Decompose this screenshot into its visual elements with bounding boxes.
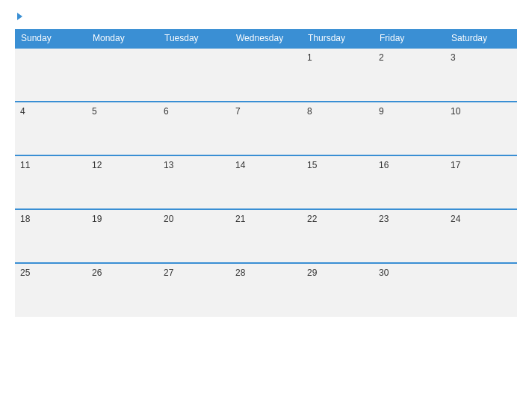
day-number: 25 <box>20 268 30 278</box>
calendar-grid: SundayMondayTuesdayWednesdayThursdayFrid… <box>15 29 517 317</box>
calendar-cell: 30 <box>374 263 445 317</box>
calendar-cell: 19 <box>87 209 158 263</box>
day-number: 11 <box>20 160 30 170</box>
weekday-header-thursday: Thursday <box>302 29 374 48</box>
calendar-cell <box>445 263 517 317</box>
day-number: 24 <box>451 214 460 224</box>
weekday-header-monday: Monday <box>87 29 158 48</box>
day-number: 5 <box>92 106 97 117</box>
calendar-cell: 26 <box>87 263 158 317</box>
calendar-cell: 5 <box>87 102 158 155</box>
weekday-header-row: SundayMondayTuesdayWednesdayThursdayFrid… <box>15 29 517 48</box>
calendar-cell: 24 <box>445 209 517 263</box>
calendar-cell: 18 <box>15 209 87 263</box>
day-number: 16 <box>379 160 389 170</box>
calendar-cell: 9 <box>374 102 445 155</box>
calendar-cell: 2 <box>374 48 445 102</box>
calendar-cell: 1 <box>302 48 374 102</box>
weekday-header-wednesday: Wednesday <box>230 29 302 48</box>
day-number: 7 <box>235 106 241 117</box>
weekday-header-sunday: Sunday <box>15 29 87 48</box>
day-number: 21 <box>235 214 245 224</box>
calendar-body: 1234567891011121314151617181920212223242… <box>15 48 517 317</box>
calendar-cell: 29 <box>302 263 374 317</box>
logo <box>15 13 22 20</box>
calendar-cell: 14 <box>230 155 302 209</box>
week-row-3: 18192021222324 <box>15 209 517 263</box>
day-number: 12 <box>92 160 102 170</box>
logo-triangle-icon <box>17 13 22 20</box>
calendar-cell <box>15 48 87 102</box>
day-number: 2 <box>379 52 384 63</box>
calendar-cell: 27 <box>158 263 230 317</box>
calendar-cell: 16 <box>374 155 445 209</box>
calendar-cell: 7 <box>230 102 302 155</box>
calendar-cell: 12 <box>87 155 158 209</box>
calendar-cell: 13 <box>158 155 230 209</box>
calendar-cell: 21 <box>230 209 302 263</box>
calendar-cell: 10 <box>445 102 517 155</box>
calendar-cell: 20 <box>158 209 230 263</box>
week-row-4: 252627282930 <box>15 263 517 317</box>
calendar-cell: 4 <box>15 102 87 155</box>
day-number: 20 <box>164 214 173 224</box>
day-number: 27 <box>164 268 173 278</box>
calendar-cell: 8 <box>302 102 374 155</box>
calendar-cell: 28 <box>230 263 302 317</box>
calendar-cell <box>158 48 230 102</box>
calendar-cell <box>230 48 302 102</box>
day-number: 23 <box>379 214 389 224</box>
logo-blue-text <box>15 13 22 20</box>
day-number: 8 <box>307 106 312 117</box>
calendar-cell: 11 <box>15 155 87 209</box>
week-row-2: 11121314151617 <box>15 155 517 209</box>
day-number: 18 <box>20 214 30 224</box>
week-row-1: 45678910 <box>15 102 517 155</box>
week-row-0: 123 <box>15 48 517 102</box>
calendar-container: SundayMondayTuesdayWednesdayThursdayFrid… <box>0 0 532 411</box>
day-number: 10 <box>451 106 460 117</box>
day-number: 26 <box>92 268 102 278</box>
calendar-cell: 15 <box>302 155 374 209</box>
day-number: 9 <box>379 106 384 117</box>
header-row <box>15 13 517 20</box>
calendar-cell: 22 <box>302 209 374 263</box>
day-number: 1 <box>307 52 312 63</box>
day-number: 13 <box>164 160 173 170</box>
calendar-cell: 23 <box>374 209 445 263</box>
day-number: 28 <box>235 268 245 278</box>
day-number: 4 <box>20 106 25 117</box>
calendar-cell <box>87 48 158 102</box>
day-number: 15 <box>307 160 317 170</box>
calendar-cell: 3 <box>445 48 517 102</box>
day-number: 22 <box>307 214 317 224</box>
day-number: 29 <box>307 268 317 278</box>
calendar-header: SundayMondayTuesdayWednesdayThursdayFrid… <box>15 29 517 48</box>
day-number: 14 <box>235 160 245 170</box>
weekday-header-friday: Friday <box>374 29 445 48</box>
day-number: 6 <box>164 106 169 117</box>
day-number: 3 <box>451 52 456 63</box>
calendar-cell: 17 <box>445 155 517 209</box>
calendar-cell: 25 <box>15 263 87 317</box>
weekday-header-saturday: Saturday <box>445 29 517 48</box>
day-number: 17 <box>451 160 460 170</box>
day-number: 30 <box>379 268 389 278</box>
day-number: 19 <box>92 214 102 224</box>
calendar-cell: 6 <box>158 102 230 155</box>
weekday-header-tuesday: Tuesday <box>158 29 230 48</box>
